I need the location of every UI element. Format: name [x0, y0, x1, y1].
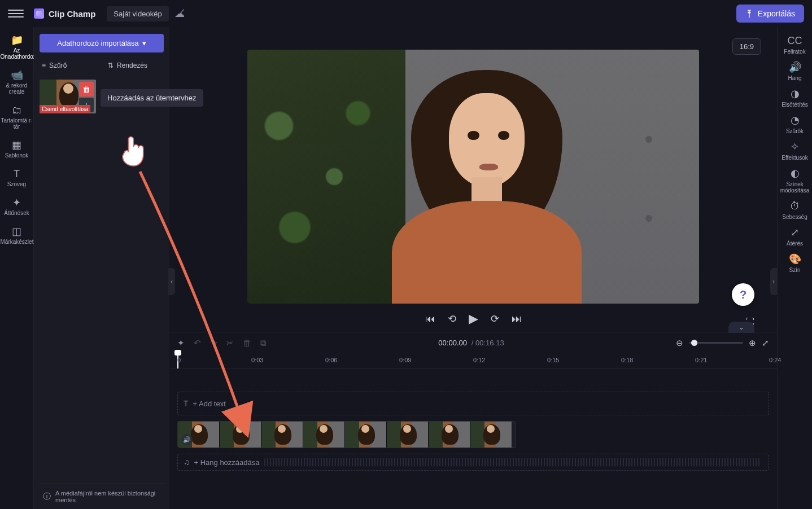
annotation-arrow [136, 169, 282, 440]
skip-end-button[interactable]: ⏭ [512, 313, 522, 325]
app-name: Clip Champ [49, 9, 95, 19]
rail-icon: 🎨 [778, 253, 812, 266]
transport-controls: ⏮ ⟲ ▶ ⟳ ⏭ [425, 311, 522, 326]
rail-label: Sebesség [778, 214, 812, 220]
right-rail-item-7[interactable]: ⤢Átérés [778, 227, 812, 247]
chevron-down-icon: ▾ [142, 39, 146, 47]
rail-icon: 📹 [1, 70, 33, 81]
rail-label: Feliratok [778, 49, 812, 55]
right-rail-item-4[interactable]: ✧Effektusok [778, 141, 812, 161]
cloud-off-icon: ☁̸ [174, 7, 185, 20]
backup-warning: ⓘ A médiafájlról nem készül biztonsági m… [40, 484, 164, 509]
preview-canvas[interactable] [247, 50, 699, 304]
aspect-ratio-button[interactable]: 16:9 [732, 38, 761, 55]
zoom-in-button[interactable]: ⊕ [749, 338, 756, 348]
current-time: 00:00.00 [438, 339, 467, 347]
right-rail-item-8[interactable]: 🎨Szín [778, 253, 812, 273]
rail-label: & rekord create [1, 82, 33, 95]
left-rail-item-6[interactable]: ◫Márkakészlet [1, 224, 33, 247]
sort-icon: ⇅ [108, 62, 113, 69]
right-rail-item-1[interactable]: 🔊Hang [778, 62, 812, 81]
right-properties-rail: CCFeliratok🔊Hang◑Elsötétítés◔Szűrők✧Effe… [777, 27, 812, 509]
import-media-button[interactable]: Adathordozó importálása ▾ [40, 34, 164, 52]
rail-label: Átérés [778, 240, 812, 247]
upload-icon: ⭱ [745, 9, 753, 18]
expand-down-button[interactable]: ⌄ [728, 322, 754, 333]
project-name[interactable]: Saját videokép [107, 6, 168, 21]
export-button[interactable]: ⭱ Exportálás [736, 5, 804, 23]
audio-waveform [264, 458, 761, 466]
rail-icon: ⤢ [778, 227, 812, 239]
right-rail-item-2[interactable]: ◑Elsötétítés [778, 88, 812, 108]
rail-icon: 📁 [1, 35, 33, 46]
rail-icon: ▦ [1, 140, 33, 151]
rail-label: Tartalomtá r-tár [1, 117, 33, 130]
rail-icon: ◐ [778, 168, 812, 180]
play-button[interactable]: ▶ [469, 311, 478, 326]
rail-label: Elsötétítés [778, 102, 812, 108]
logo-icon [34, 8, 44, 19]
zoom-controls: ⊖ ⊕ ⤢ [676, 338, 769, 348]
music-icon: ♫ [184, 458, 190, 467]
sort-button[interactable]: ⇅ Rendezés [106, 59, 164, 72]
rail-label: Szűrők [778, 128, 812, 134]
rewind-button[interactable]: ⟲ [448, 313, 456, 325]
delete-media-icon[interactable]: 🗑 [79, 82, 94, 96]
rail-label: Áttűnések [1, 210, 33, 216]
filter-button[interactable]: ≡ Szűrő [40, 59, 98, 72]
left-rail-item-4[interactable]: TSzöveg [1, 166, 33, 190]
zoom-out-button[interactable]: ⊖ [676, 338, 683, 348]
right-rail-item-3[interactable]: ◔Szűrők [778, 115, 812, 134]
rail-label: Hang [778, 75, 812, 81]
rail-label: Sablonok [1, 152, 33, 159]
left-rail-item-2[interactable]: 🗂Tartalomtá r-tár [1, 103, 33, 132]
sort-label: Rendezés [117, 62, 147, 69]
export-label: Exportálás [758, 9, 795, 18]
ruler-tick: 0:18 [621, 357, 633, 363]
rail-icon: ◑ [778, 88, 812, 100]
timecode: 00:00.00 / 00:16.13 [438, 339, 504, 347]
menu-button[interactable] [8, 6, 24, 21]
info-icon: ⓘ [43, 492, 51, 502]
rail-label: Az Önadathordozója [1, 47, 33, 60]
ruler-tick: 0:24 [769, 357, 781, 363]
filter-label: Szűrő [49, 62, 67, 69]
rail-icon: ◔ [778, 115, 812, 127]
app-logo: Clip Champ [34, 8, 95, 19]
audio-track-placeholder: + Hang hozzáadása [194, 458, 260, 467]
backup-text: A médiafájlról nem készül biztonsági men… [55, 490, 160, 503]
ruler-tick: 0:21 [695, 357, 707, 363]
rail-label: Márkakészlet [1, 239, 33, 245]
left-rail-item-1[interactable]: 📹& rekord create [1, 68, 33, 97]
skip-start-button[interactable]: ⏮ [425, 313, 435, 325]
forward-button[interactable]: ⟳ [491, 313, 499, 325]
rail-icon: CC [778, 35, 812, 47]
right-rail-item-6[interactable]: ⏱Sebesség [778, 200, 812, 220]
ruler-tick: 0:12 [473, 357, 485, 363]
duration: 00:16.13 [475, 339, 504, 347]
zoom-slider[interactable] [689, 342, 743, 344]
right-rail-item-5[interactable]: ◐Színek módosítása [778, 168, 812, 194]
left-rail-item-5[interactable]: ✦Áttűnések [1, 195, 33, 218]
rail-label: Szöveg [1, 181, 33, 187]
filter-icon: ≡ [42, 62, 46, 69]
rail-icon: ◫ [1, 226, 33, 238]
help-button[interactable]: ? [732, 283, 754, 306]
left-rail-item-3[interactable]: ▦Sablonok [1, 138, 33, 161]
thumbnail-caption: Csend eltávolítása [40, 105, 90, 113]
rail-icon: ✦ [1, 198, 33, 209]
right-rail-item-0[interactable]: CCFeliratok [778, 35, 812, 55]
rail-icon: T [1, 169, 33, 180]
zoom-fit-button[interactable]: ⤢ [762, 338, 769, 348]
app-header: Clip Champ Saját videokép ☁̸ ⭱ Exportálá… [0, 0, 812, 27]
rail-icon: ✧ [778, 141, 812, 153]
import-label: Adathordozó importálása [57, 39, 139, 47]
media-thumbnail[interactable]: 🗑 ＋ Csend eltávolítása [40, 80, 96, 113]
ruler-tick: 0:15 [547, 357, 559, 363]
ruler-tick: 0:06 [325, 357, 337, 363]
rail-label: Effektusok [778, 155, 812, 161]
collapse-right-button[interactable]: › [770, 268, 777, 295]
left-rail-item-0[interactable]: 📁Az Önadathordozója [1, 33, 33, 62]
audio-track[interactable]: ♫ + Hang hozzáadása [177, 454, 769, 471]
rail-icon: ⏱ [778, 200, 812, 213]
